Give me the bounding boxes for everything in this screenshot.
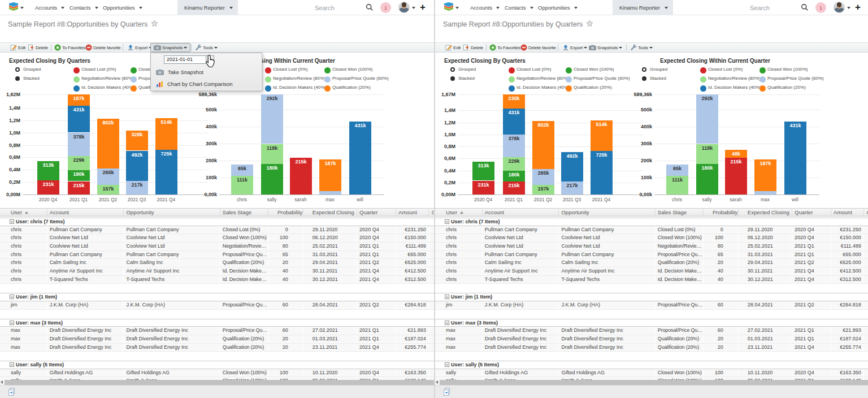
horizontal-scrollbar[interactable]: [0, 380, 434, 385]
col-header-opportunity[interactable]: Opportunity: [124, 209, 220, 217]
legend-label-closed-won[interactable]: Closed Won (100%): [332, 67, 372, 72]
col-header-probability[interactable]: Probability: [268, 209, 303, 217]
legend-dot-closed-lost[interactable]: [700, 67, 706, 73]
table-row[interactable]: chrisT-Squared TechsT-Squared TechsId. D…: [435, 275, 868, 284]
scroll-left-icon[interactable]: [1, 380, 3, 384]
legend-dot-closed-won[interactable]: [324, 67, 331, 73]
stacked-radio[interactable]: [642, 76, 646, 81]
export-report-icon[interactable]: [443, 388, 451, 398]
legend-dot-id-decision-makers[interactable]: [700, 85, 706, 92]
col-header-opportunity[interactable]: Opportunity: [559, 209, 655, 217]
bar-segment-proposal-price-quote[interactable]: [319, 191, 341, 194]
scrollbar-thumb[interactable]: [5, 380, 434, 385]
table-row[interactable]: chrisCoolview Net LtdCoolview Net LtdNeg…: [435, 242, 868, 250]
collapse-icon[interactable]: [445, 362, 449, 367]
col-header-expected-closing[interactable]: Expected Closing: [303, 209, 357, 217]
col-header-amount[interactable]: Amount: [396, 209, 429, 217]
bar-segment-id-decision-makers[interactable]: [349, 122, 371, 194]
col-header-probability[interactable]: Probability: [703, 209, 738, 217]
table-row[interactable]: chrisAnytime Air Support IncAnytime Air …: [0, 267, 434, 276]
bar-segment-id-decision-makers[interactable]: [784, 122, 806, 194]
collapse-icon[interactable]: [445, 321, 449, 325]
legend-dot-negotiation-review[interactable]: [265, 76, 271, 83]
table-row[interactable]: chrisCoolview Net LtdCoolview Net LtdClo…: [435, 234, 868, 243]
table-row[interactable]: maxDraft Diversified Energy IncDraft Div…: [435, 343, 868, 352]
col-header-currency[interactable]: Currency: [863, 209, 868, 217]
table-row[interactable]: chrisPullman Cart CompanyPullman Cart Co…: [435, 226, 868, 234]
legend-label-id-decision-makers[interactable]: Id. Decision Makers (40%): [273, 85, 326, 90]
table-row[interactable]: jimJ.K.M. Corp (HA)J.K.M. Corp (HA)Propo…: [0, 301, 434, 309]
table-row[interactable]: chrisT-Squared TechsT-Squared TechsId. D…: [0, 275, 434, 284]
legend-label-closed-lost[interactable]: Closed Lost (0%): [708, 67, 743, 72]
group-header-row[interactable]: User: max (3 Items): [435, 319, 868, 327]
col-header-quarter[interactable]: Quarter: [792, 209, 831, 217]
legend-label-proposal-price-quote[interactable]: Proposal/Price Quote (60%): [332, 76, 389, 81]
legend-dot-closed-lost[interactable]: [265, 67, 271, 73]
table-row[interactable]: chrisPullman Cart CompanyPullman Cart Co…: [0, 226, 434, 234]
table-row[interactable]: maxDraft Diversified Energy IncDraft Div…: [435, 335, 868, 343]
group-header-row[interactable]: User: sally (5 Items): [435, 361, 868, 369]
collapse-icon[interactable]: [10, 362, 14, 367]
collapse-icon[interactable]: [445, 295, 449, 299]
col-header-quarter[interactable]: Quarter: [357, 209, 396, 217]
table-row[interactable]: chrisCoolview Net LtdCoolview Net LtdNeg…: [0, 242, 434, 250]
col-header-user[interactable]: User: [0, 209, 47, 217]
bar-segment-proposal-price-quote[interactable]: [754, 191, 776, 194]
collapse-icon[interactable]: [10, 321, 14, 325]
menu-chart-comparison[interactable]: Chart by Chart Comparison: [151, 79, 263, 89]
table-row[interactable]: chrisCoolview Net LtdCoolview Net LtdClo…: [0, 234, 434, 243]
table-row[interactable]: jimJ.K.M. Corp (HA)J.K.M. Corp (HA)Propo…: [435, 301, 868, 309]
table-row[interactable]: chrisPullman Cart CompanyPullman Cart Co…: [435, 250, 868, 259]
collapse-icon[interactable]: [445, 219, 449, 224]
bar-segment-proposal-price-quote[interactable]: [696, 94, 718, 144]
table-row[interactable]: chrisCalm Sailing IncCalm Sailing IncQua…: [435, 259, 868, 267]
legend-label-closed-lost[interactable]: Closed Lost (0%): [273, 67, 307, 72]
legend-label-closed-won[interactable]: Closed Won (100%): [767, 67, 808, 72]
legend-dot-closed-won[interactable]: [760, 67, 766, 73]
collapse-icon[interactable]: [10, 295, 14, 299]
table-row[interactable]: chrisCalm Sailing IncCalm Sailing IncQua…: [0, 259, 434, 267]
group-header-row[interactable]: User: jim (1 Item): [435, 293, 868, 301]
table-row[interactable]: chrisAnytime Air Support IncAnytime Air …: [435, 267, 868, 276]
legend-dot-id-decision-makers[interactable]: [265, 85, 271, 92]
col-header-expected-closing[interactable]: Expected Closing: [738, 209, 792, 217]
horizontal-scrollbar[interactable]: [435, 380, 868, 385]
legend-dot-negotiation-review[interactable]: [700, 76, 706, 83]
col-header-sales-stage[interactable]: Sales Stage: [220, 209, 268, 217]
legend-dot-qualification[interactable]: [760, 85, 766, 92]
col-header-sales-stage[interactable]: Sales Stage: [655, 209, 703, 217]
col-header-currency[interactable]: Currency: [428, 209, 434, 217]
table-row[interactable]: chrisPullman Cart CompanyPullman Cart Co…: [0, 250, 434, 259]
legend-label-qualification[interactable]: Qualification (20%): [332, 85, 371, 90]
group-header-row[interactable]: User: chris (7 Items): [435, 218, 868, 226]
menu-take-snapshot[interactable]: Take Snapshot: [151, 67, 263, 77]
export-report-icon[interactable]: [8, 388, 16, 398]
table-row[interactable]: maxDraft Diversified Energy IncDraft Div…: [0, 335, 434, 343]
table-row[interactable]: maxDraft Diversified Energy IncDraft Div…: [0, 343, 434, 352]
table-row[interactable]: sallyGifted Holdings AGGifted Holdings A…: [435, 369, 868, 377]
col-header-amount[interactable]: Amount: [831, 209, 864, 217]
col-header-account[interactable]: Account: [482, 209, 559, 217]
group-header-row[interactable]: User: sally (5 Items): [0, 361, 434, 369]
scroll-left-icon[interactable]: [436, 380, 438, 384]
scrollbar-thumb[interactable]: [440, 380, 868, 385]
legend-dot-proposal-price-quote[interactable]: [324, 76, 331, 83]
legend-dot-qualification[interactable]: [324, 85, 331, 92]
table-row[interactable]: maxDraft Diversified Energy IncDraft Div…: [435, 327, 868, 335]
grouped-radio[interactable]: [642, 67, 646, 72]
table-row[interactable]: maxDraft Diversified Energy IncDraft Div…: [0, 327, 434, 335]
collapse-icon[interactable]: [10, 219, 14, 224]
legend-label-negotiation-review[interactable]: Negotiation/Review (80%): [708, 76, 761, 81]
legend-label-proposal-price-quote[interactable]: Proposal/Price Quote (60%): [767, 76, 824, 81]
group-header-row[interactable]: User: chris (7 Items): [0, 218, 434, 226]
table-row[interactable]: sallyGifted Holdings AGGifted Holdings A…: [0, 369, 434, 377]
legend-label-negotiation-review[interactable]: Negotiation/Review (80%): [273, 76, 326, 81]
group-header-row[interactable]: User: max (3 Items): [0, 319, 434, 327]
col-header-user[interactable]: User: [435, 209, 482, 217]
legend-label-qualification[interactable]: Qualification (20%): [767, 85, 806, 90]
legend-dot-proposal-price-quote[interactable]: [760, 76, 766, 83]
group-header-row[interactable]: User: jim (1 Item): [0, 293, 434, 301]
bar-segment-proposal-price-quote[interactable]: [261, 94, 283, 144]
col-header-account[interactable]: Account: [47, 209, 124, 217]
legend-label-id-decision-makers[interactable]: Id. Decision Makers (40%): [708, 85, 761, 90]
